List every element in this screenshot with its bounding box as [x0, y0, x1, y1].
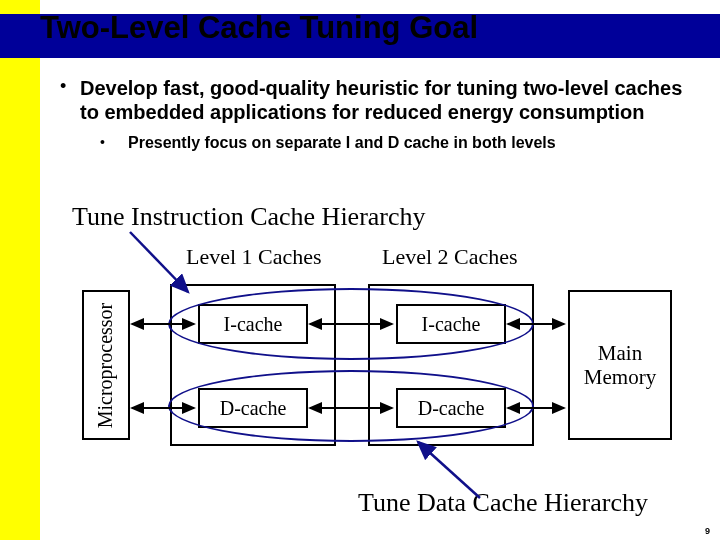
slide-title: Two-Level Cache Tuning Goal [40, 10, 478, 46]
svg-line-6 [130, 232, 188, 292]
l2-dcache-box: D-cache [396, 388, 506, 428]
label-l2: Level 2 Caches [382, 244, 518, 270]
l1-dcache-box: D-cache [198, 388, 308, 428]
annotation-instruction: Tune Instruction Cache Hierarchy [72, 202, 426, 232]
bullet-main: Develop fast, good-quality heuristic for… [80, 76, 700, 124]
microprocessor-label: Microprocessor [95, 302, 118, 428]
page-number: 9 [705, 526, 710, 536]
main-memory-label: Main Memory [584, 341, 656, 389]
label-l1: Level 1 Caches [186, 244, 322, 270]
body-text: • Develop fast, good-quality heuristic f… [60, 70, 700, 152]
annotation-data: Tune Data Cache Hierarchy [358, 488, 648, 518]
l1-icache-box: I-cache [198, 304, 308, 344]
yellow-sidebar [0, 0, 40, 540]
l2-icache-box: I-cache [396, 304, 506, 344]
bullet-dot: • [100, 134, 128, 150]
bullet-dot: • [60, 76, 80, 97]
main-memory-box: Main Memory [568, 290, 672, 440]
bullet-sub: Presently focus on separate I and D cach… [128, 134, 556, 152]
microprocessor-box: Microprocessor [82, 290, 130, 440]
